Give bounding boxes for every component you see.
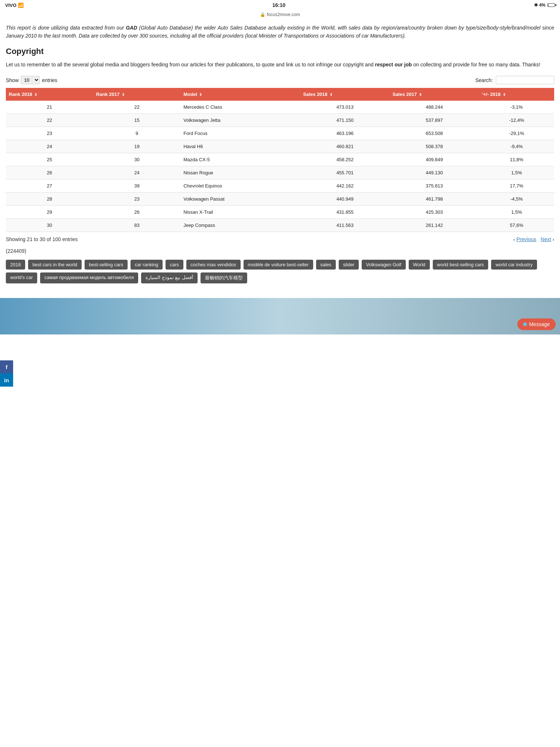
main-content: This report is done utilizing data extra…: [0, 20, 560, 291]
tag-item[interactable]: world best-selling cars: [433, 260, 489, 270]
tag-item[interactable]: car ranking: [131, 260, 163, 270]
message-button[interactable]: Message: [517, 318, 556, 330]
tag-item[interactable]: modèle de voiture best-seller: [244, 260, 313, 270]
bottom-banner: Message: [0, 298, 560, 334]
tag-item[interactable]: world car industry: [491, 260, 537, 270]
cell-rank2017: 15: [93, 114, 181, 127]
tag-item[interactable]: coches mas vendidos: [186, 260, 241, 270]
cell-sales2018: 473.013: [300, 101, 390, 114]
cell-sales2018: 440.949: [300, 193, 390, 206]
intro-paragraph: This report is done utilizing data extra…: [6, 24, 554, 40]
cell-rank2018: 23: [6, 127, 93, 140]
cell-change: -3,1%: [479, 101, 554, 114]
table-row: 23 9 Ford Focus 463.196 653.508 -29,1%: [6, 127, 554, 140]
next-chevron: ›: [553, 237, 554, 242]
cell-sales2018: 411.563: [300, 219, 390, 232]
cell-rank2017: 9: [93, 127, 181, 140]
cell-model: Nissan X-Trail: [180, 206, 300, 219]
wifi-icon: 📶: [18, 3, 24, 8]
cell-sales2017: 537.897: [390, 114, 479, 127]
search-label: Search:: [475, 77, 493, 83]
cell-change: -4,5%: [479, 193, 554, 206]
cell-sales2017: 425.303: [390, 206, 479, 219]
data-table: Rank 2018 ⇕ Rank 2017 ⇕ Model ⇕ Sales 20…: [6, 88, 554, 232]
previous-chevron: ‹: [513, 237, 515, 242]
col-sales2017[interactable]: Sales 2017 ⇕: [390, 88, 479, 101]
table-row: 24 19 Haval H6 460.821 508.378 -9,4%: [6, 140, 554, 153]
col-rank2018[interactable]: Rank 2018 ⇕: [6, 88, 93, 101]
tag-item[interactable]: cars: [166, 260, 183, 270]
cell-rank2017: 19: [93, 140, 181, 153]
tag-item[interactable]: sales: [316, 260, 336, 270]
previous-button[interactable]: Previous: [517, 236, 536, 242]
cell-model: Volkswagen Passat: [180, 193, 300, 206]
entries-select[interactable]: 10 25 50 100: [21, 76, 40, 84]
tag-item[interactable]: World: [409, 260, 430, 270]
cell-model: Mercedes C Class: [180, 101, 300, 114]
col-change[interactable]: '+/- 2018 ⇕: [479, 88, 554, 101]
cell-sales2017: 449.130: [390, 166, 479, 179]
cell-rank2017: 39: [93, 179, 181, 193]
tag-item[interactable]: أفضل بيع نموذج السيارة: [141, 272, 198, 283]
search-input[interactable]: [496, 76, 554, 84]
cell-sales2018: 471.150: [300, 114, 390, 127]
table-row: 27 39 Chevrolet Equinox 442.162 375.813 …: [6, 179, 554, 193]
cell-change: 57,6%: [479, 219, 554, 232]
sort-icon-sales2018: ⇕: [330, 93, 332, 97]
cell-sales2018: 458.252: [300, 153, 390, 166]
col-sales2018[interactable]: Sales 2018 ⇕: [300, 88, 390, 101]
next-button[interactable]: Next: [541, 236, 551, 242]
cell-model: Volkswagen Jetta: [180, 114, 300, 127]
tag-item[interactable]: 2018: [6, 260, 25, 270]
tag-item[interactable]: best-selling cars: [85, 260, 128, 270]
cell-change: 17,7%: [479, 179, 554, 193]
tag-item[interactable]: world's car: [6, 272, 37, 283]
cell-rank2018: 26: [6, 166, 93, 179]
cell-rank2018: 25: [6, 153, 93, 166]
time-display: 16:10: [272, 2, 285, 8]
address-bar: 🔒 focus2move.com: [0, 10, 560, 20]
cell-sales2017: 261.142: [390, 219, 479, 232]
tag-item[interactable]: best cars in the world: [28, 260, 82, 270]
pagination-buttons: ‹ Previous Next ›: [513, 236, 554, 242]
post-id: (224409): [6, 248, 554, 254]
tag-item[interactable]: самая продаваемая модель автомобиля: [40, 272, 138, 283]
tag-item[interactable]: slider: [339, 260, 359, 270]
sort-icon-sales2017: ⇕: [419, 93, 422, 97]
cell-rank2018: 21: [6, 101, 93, 114]
tag-item[interactable]: 最畅销的汽车模型: [201, 272, 247, 283]
table-header-row: Rank 2018 ⇕ Rank 2017 ⇕ Model ⇕ Sales 20…: [6, 88, 554, 101]
table-row: 29 26 Nissan X-Trail 431.855 425.303 1,5…: [6, 206, 554, 219]
cell-sales2018: 442.162: [300, 179, 390, 193]
cell-change: -12,4%: [479, 114, 554, 127]
copyright-text: Let us to remember to all the several gl…: [6, 61, 554, 69]
show-entries-control: Show 10 25 50 100 entries: [6, 76, 57, 84]
cell-sales2017: 653.508: [390, 127, 479, 140]
sort-icon-rank2017: ⇕: [122, 93, 125, 97]
table-row: 25 30 Mazda CX-5 458.252 409.849 11,8%: [6, 153, 554, 166]
cell-sales2017: 461.798: [390, 193, 479, 206]
sort-icon-change: ⇕: [503, 93, 506, 97]
lock-icon: 🔒: [260, 12, 265, 17]
cell-rank2018: 24: [6, 140, 93, 153]
tag-item[interactable]: Volkswagen Golf: [362, 260, 406, 270]
cell-rank2018: 27: [6, 179, 93, 193]
carrier-label: VIVO: [5, 3, 16, 8]
cell-rank2017: 23: [93, 193, 181, 206]
cell-sales2017: 508.378: [390, 140, 479, 153]
cell-rank2018: 29: [6, 206, 93, 219]
col-model[interactable]: Model ⇕: [180, 88, 300, 101]
cell-change: -29,1%: [479, 127, 554, 140]
pagination-info: Showing 21 to 30 of 100 entries: [6, 236, 78, 242]
battery-icon: [548, 3, 555, 7]
battery-percent: 4%: [539, 3, 545, 8]
cell-change: 11,8%: [479, 153, 554, 166]
cell-rank2017: 30: [93, 153, 181, 166]
cell-rank2018: 30: [6, 219, 93, 232]
message-dot-icon: [523, 322, 527, 326]
cell-sales2017: 488.244: [390, 101, 479, 114]
col-rank2017[interactable]: Rank 2017 ⇕: [93, 88, 181, 101]
entries-label: entries: [42, 77, 57, 83]
cell-change: 1,5%: [479, 206, 554, 219]
cell-sales2018: 460.821: [300, 140, 390, 153]
